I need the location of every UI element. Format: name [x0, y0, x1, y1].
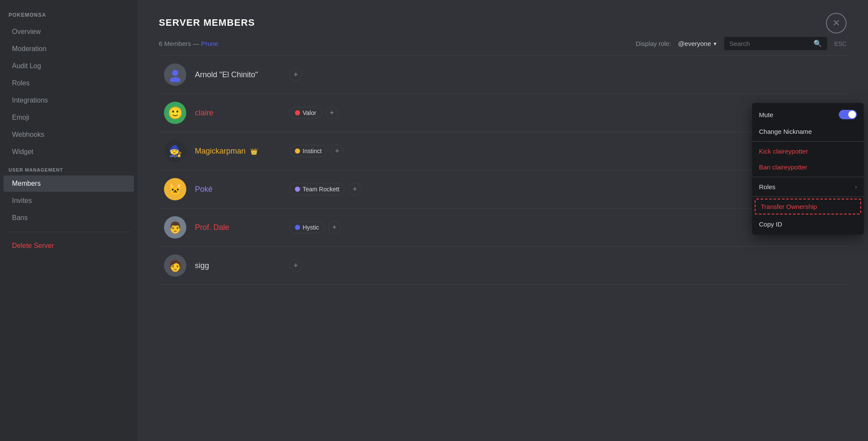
- mute-toggle-knob: [848, 111, 856, 118]
- context-menu-item-mute[interactable]: Mute: [752, 106, 864, 124]
- table-row[interactable]: 🧑 sigg +: [159, 247, 847, 285]
- context-menu-item-ban[interactable]: Ban claireypotter: [752, 159, 864, 175]
- server-name: POKEMONSA: [0, 9, 137, 23]
- context-menu-item-kick[interactable]: Kick claireypotter: [752, 143, 864, 159]
- role-select-value: @everyone: [678, 40, 711, 47]
- transfer-ownership-label: Transfer Ownership: [761, 203, 817, 210]
- change-nickname-label: Change Nickname: [759, 128, 812, 135]
- avatar: 👨: [164, 216, 186, 239]
- plus-icon: +: [329, 109, 334, 118]
- add-role-button[interactable]: +: [328, 221, 341, 234]
- member-name: claire: [195, 109, 272, 118]
- context-menu-item-copy-id[interactable]: Copy ID: [752, 216, 864, 232]
- context-menu-item-roles[interactable]: Roles ›: [752, 179, 864, 195]
- member-name: Arnold "El Chinito": [195, 70, 272, 79]
- search-bar: 🔍: [724, 37, 827, 50]
- sidebar-item-invites[interactable]: Invites: [3, 193, 134, 209]
- main-content: ✕ SERVER MEMBERS 6 Members — Prune Displ…: [137, 0, 868, 441]
- sidebar-item-delete-server[interactable]: Delete Server: [3, 238, 134, 254]
- members-list: Arnold "El Chinito" + 🙂 claire Valor +: [159, 56, 847, 285]
- avatar: 🐱: [164, 178, 186, 200]
- plus-icon: +: [294, 261, 298, 270]
- context-menu-divider: [752, 141, 864, 142]
- table-row[interactable]: Arnold "El Chinito" +: [159, 56, 847, 94]
- esc-label[interactable]: ESC: [834, 40, 847, 47]
- role-label: Team Rockett: [303, 186, 340, 193]
- context-menu-divider-3: [752, 196, 864, 197]
- plus-icon: +: [335, 147, 340, 156]
- sidebar-item-roles[interactable]: Roles: [3, 75, 134, 91]
- member-name: Magickarpman 👑: [195, 147, 272, 156]
- sidebar-item-bans[interactable]: Bans: [3, 210, 134, 226]
- table-row[interactable]: 👨 Prof. Dale Hystic +: [159, 208, 847, 247]
- plus-icon: +: [352, 185, 357, 194]
- chevron-right-icon: ›: [855, 184, 857, 190]
- sidebar-item-moderation[interactable]: Moderation: [3, 41, 134, 57]
- role-dot: [295, 110, 300, 115]
- plus-icon: +: [332, 223, 337, 232]
- close-icon: ✕: [832, 18, 840, 29]
- role-select[interactable]: @everyone ▼: [678, 40, 717, 47]
- members-controls: Display role: @everyone ▼ 🔍 ESC: [636, 37, 847, 50]
- kick-label: Kick claireypotter: [759, 148, 808, 155]
- members-dash: —: [193, 40, 201, 47]
- user-management-label: USER MANAGEMENT: [0, 160, 137, 175]
- plus-icon: +: [294, 70, 298, 79]
- sidebar-item-emoji[interactable]: Emoji: [3, 109, 134, 126]
- search-input[interactable]: [729, 40, 810, 47]
- svg-point-0: [172, 70, 178, 76]
- close-button[interactable]: ✕: [826, 13, 847, 33]
- context-menu-item-transfer-ownership[interactable]: Transfer Ownership: [755, 199, 861, 214]
- roles-label: Roles: [759, 183, 775, 190]
- sidebar-item-overview[interactable]: Overview: [3, 24, 134, 40]
- sidebar: POKEMONSA Overview Moderation Audit Log …: [0, 0, 137, 441]
- avatar: 🧙: [164, 140, 186, 162]
- page-title: SERVER MEMBERS: [159, 17, 847, 28]
- search-icon: 🔍: [813, 39, 822, 48]
- sidebar-item-members[interactable]: Members: [3, 175, 134, 192]
- crown-icon: 👑: [250, 148, 258, 155]
- add-role-button[interactable]: +: [331, 145, 343, 157]
- role-badge: Valor: [289, 107, 322, 119]
- prune-link[interactable]: Prune: [201, 40, 218, 47]
- ban-label: Ban claireypotter: [759, 163, 807, 171]
- add-role-button[interactable]: +: [325, 106, 338, 119]
- member-name: Prof. Dale: [195, 223, 272, 232]
- members-count-text: 6 Members: [159, 40, 191, 47]
- role-label: Valor: [303, 109, 316, 116]
- role-badge: Hystic: [289, 221, 325, 233]
- avatar: 🙂: [164, 102, 186, 124]
- member-roles: +: [272, 259, 841, 272]
- table-row[interactable]: 🐱 Poké Team Rockett +: [159, 170, 847, 208]
- add-role-button[interactable]: +: [289, 68, 302, 81]
- role-label: Instinct: [303, 148, 322, 154]
- role-badge: Instinct: [289, 145, 327, 157]
- sidebar-item-audit-log[interactable]: Audit Log: [3, 58, 134, 74]
- members-count: 6 Members — Prune: [159, 40, 218, 47]
- avatar: 🧑: [164, 254, 186, 277]
- chevron-down-icon: ▼: [713, 41, 717, 46]
- table-row[interactable]: 🧙 Magickarpman 👑 Instinct +: [159, 132, 847, 170]
- sidebar-item-integrations[interactable]: Integrations: [3, 92, 134, 109]
- member-name: sigg: [195, 261, 272, 270]
- role-dot: [295, 225, 300, 230]
- role-label: Hystic: [303, 224, 319, 231]
- add-role-button[interactable]: +: [349, 183, 361, 196]
- table-row[interactable]: 🙂 claire Valor + ⋮: [159, 94, 847, 132]
- context-menu-item-change-nickname[interactable]: Change Nickname: [752, 124, 864, 139]
- mute-label: Mute: [759, 111, 773, 118]
- mute-toggle[interactable]: [839, 110, 857, 119]
- add-role-button[interactable]: +: [289, 259, 302, 272]
- sidebar-item-widget[interactable]: Widget: [3, 144, 134, 160]
- members-header: 6 Members — Prune Display role: @everyon…: [159, 37, 847, 50]
- avatar: [164, 63, 186, 86]
- role-dot: [295, 148, 300, 154]
- member-roles: +: [272, 68, 841, 81]
- role-dot: [295, 187, 300, 192]
- sidebar-item-webhooks[interactable]: Webhooks: [3, 127, 134, 143]
- sidebar-divider: [7, 232, 131, 232]
- context-menu-divider-2: [752, 177, 864, 177]
- display-role-label: Display role:: [636, 40, 671, 47]
- copy-id-label: Copy ID: [759, 220, 782, 228]
- member-name: Poké: [195, 185, 272, 194]
